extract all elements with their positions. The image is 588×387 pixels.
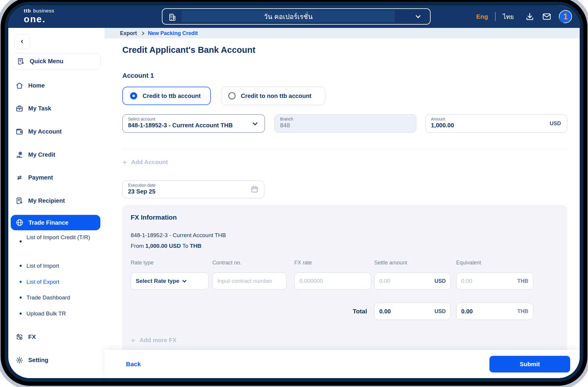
execution-date-label: Execution date	[128, 183, 259, 188]
gear-icon	[15, 356, 23, 364]
radio-credit-to-non-ttb-label: Credit to non ttb account	[241, 93, 312, 99]
radio-credit-to-ttb-account[interactable]: Credit to ttb account	[122, 87, 211, 105]
fx-total-settle-field: 0.00 USD	[374, 303, 451, 320]
sidebar-item-trade-finance[interactable]: Trade Finance	[11, 215, 100, 230]
brand-one: one.	[24, 14, 54, 25]
sidebar-item-my-recipient-label: My Recipient	[28, 197, 65, 204]
quick-menu-label: Quick Menu	[30, 58, 63, 65]
sidebar-item-home-label: Home	[28, 82, 45, 89]
brand-top-line: ttbbusiness	[24, 8, 54, 14]
fx-rate-input[interactable]: 0.000000	[294, 272, 371, 290]
fx-conversion-line: From 1,000.00 USD To THB	[131, 243, 201, 249]
sidebar-subitem-upload-bulk-tr[interactable]: Upload Bulk TR	[8, 310, 102, 318]
fx-information-panel: FX Information 848-1-18952-3 - Current A…	[122, 205, 567, 350]
brand-business: business	[33, 8, 54, 14]
submit-button[interactable]: Submit	[489, 356, 570, 372]
plus-icon: +	[122, 159, 127, 165]
language-english-button[interactable]: Eng	[476, 13, 488, 20]
download-icon[interactable]	[525, 12, 535, 21]
sidebar-item-setting[interactable]: Setting	[8, 352, 105, 368]
company-name-box: วัน คอเปอร์เรชั่น	[181, 11, 395, 22]
equivalent-currency: THB	[517, 278, 528, 284]
bullet-icon	[20, 281, 22, 283]
language-thai-button[interactable]: ไทย	[503, 12, 514, 22]
settle-amount-placeholder: 0.00	[379, 278, 390, 284]
user-avatar[interactable]: 1	[559, 10, 572, 23]
amount-currency: USD	[550, 120, 561, 127]
fx-column-equivalent: Equivalent	[456, 260, 481, 266]
building-icon	[168, 13, 177, 22]
equivalent-input[interactable]: 0.00 THB	[456, 272, 533, 290]
bullet-icon	[20, 265, 22, 267]
sidebar-subitem-list-import-credit-label: List of Import Credit (T/R)	[26, 233, 95, 242]
brand-ttb: ttb	[24, 8, 31, 14]
wallet-icon	[15, 128, 23, 136]
sidebar-item-fx[interactable]: FX	[8, 329, 105, 345]
company-selector[interactable]: วัน คอเปอร์เรชั่น	[162, 8, 431, 25]
sidebar-subitem-list-of-export-label: List of Export	[26, 278, 59, 286]
add-more-fx-button[interactable]: + Add more FX	[131, 337, 176, 344]
fx-total-settle-value: 0.00	[379, 308, 391, 315]
radio-credit-to-non-ttb-account[interactable]: Credit to non ttb account	[221, 87, 325, 105]
sidebar-item-my-account[interactable]: My Account	[8, 124, 105, 139]
sidebar-subitem-list-of-export[interactable]: List of Export	[8, 278, 102, 286]
fx-account-line: 848-1-18952-3 - Current Account THB	[131, 232, 226, 239]
fx-total-equivalent-value: 0.00	[461, 308, 473, 315]
radio-unselected-icon	[228, 92, 235, 99]
fx-column-fx-rate: FX rate	[294, 260, 312, 266]
chevron-right-icon	[140, 31, 144, 35]
breadcrumb-current-page: New Packing Credit	[148, 30, 198, 37]
execution-date-field[interactable]: Execution date 23 Sep 25	[122, 180, 264, 198]
back-button[interactable]: Back	[126, 350, 141, 378]
add-more-fx-label: Add more FX	[140, 337, 176, 344]
mail-icon[interactable]	[542, 12, 552, 22]
add-account-button[interactable]: + Add Account	[122, 159, 168, 166]
sidebar-item-home[interactable]: Home	[8, 78, 105, 93]
footer-action-bar: Back Submit	[105, 350, 580, 378]
main-content: Credit Applicant's Bank Account Account …	[105, 39, 580, 350]
sidebar-item-my-recipient[interactable]: My Recipient	[8, 193, 105, 208]
fx-total-equivalent-currency: THB	[517, 308, 528, 315]
plus-icon: +	[131, 337, 135, 343]
contract-number-input[interactable]: Input contract number	[212, 272, 287, 290]
sidebar-subitem-trade-dashboard[interactable]: Trade Dashboard	[8, 294, 102, 302]
rate-type-select-value: Select Rate type	[136, 278, 179, 284]
breadcrumb: Export New Packing Credit	[105, 28, 580, 39]
sidebar-subitem-list-import-credit[interactable]: List of Import Credit (T/R)	[8, 233, 102, 242]
rate-type-select[interactable]: Select Rate type	[131, 272, 209, 290]
radio-credit-to-ttb-label: Credit to ttb account	[143, 93, 201, 99]
sidebar-subitem-list-of-import-label: List of Import	[26, 262, 59, 270]
bullet-icon	[20, 240, 22, 242]
sidebar-item-trade-finance-label: Trade Finance	[29, 219, 69, 226]
equivalent-placeholder: 0.00	[461, 278, 472, 284]
ttb-business-one-logo: ttbbusiness one.	[24, 8, 54, 25]
header-actions: Eng ไทย 1	[476, 5, 572, 28]
sidebar-subitem-list-of-import[interactable]: List of Import	[8, 262, 102, 270]
breadcrumb-export[interactable]: Export	[120, 30, 137, 37]
sidebar-item-my-credit[interactable]: My Credit	[8, 147, 105, 162]
radio-selected-icon	[130, 92, 137, 99]
select-account-dropdown[interactable]: Select account 848-1-18952-3 - Current A…	[122, 114, 265, 133]
sidebar-subitem-upload-bulk-tr-label: Upload Bulk TR	[26, 310, 66, 318]
select-account-label: Select account	[128, 117, 259, 121]
sidebar-item-my-task[interactable]: My Task	[8, 101, 105, 116]
add-account-label: Add Account	[131, 159, 168, 166]
section-divider	[122, 149, 567, 149]
branch-value: 848	[280, 122, 411, 129]
home-icon	[15, 82, 23, 90]
fx-from-value: 1,000.00 USD	[146, 243, 181, 249]
sidebar-collapse-button[interactable]: ‹	[14, 34, 30, 49]
sidebar-item-payment[interactable]: Payment	[8, 170, 105, 185]
briefcase-icon	[15, 104, 23, 112]
sidebar-item-my-account-label: My Account	[28, 128, 62, 135]
fx-to-value: THB	[190, 243, 201, 249]
chevron-left-icon: ‹	[21, 37, 23, 46]
branch-label: Branch	[280, 117, 411, 121]
settle-amount-input[interactable]: 0.00 USD	[374, 272, 451, 290]
amount-field[interactable]: Amount 1,000.00 USD	[425, 114, 567, 133]
company-name: วัน คอเปอร์เรชั่น	[264, 11, 312, 22]
fx-from-label: From	[131, 243, 144, 249]
amount-value: 1,000.00	[431, 122, 562, 129]
bullet-icon	[20, 296, 22, 299]
quick-menu-button[interactable]: Quick Menu	[12, 53, 100, 69]
